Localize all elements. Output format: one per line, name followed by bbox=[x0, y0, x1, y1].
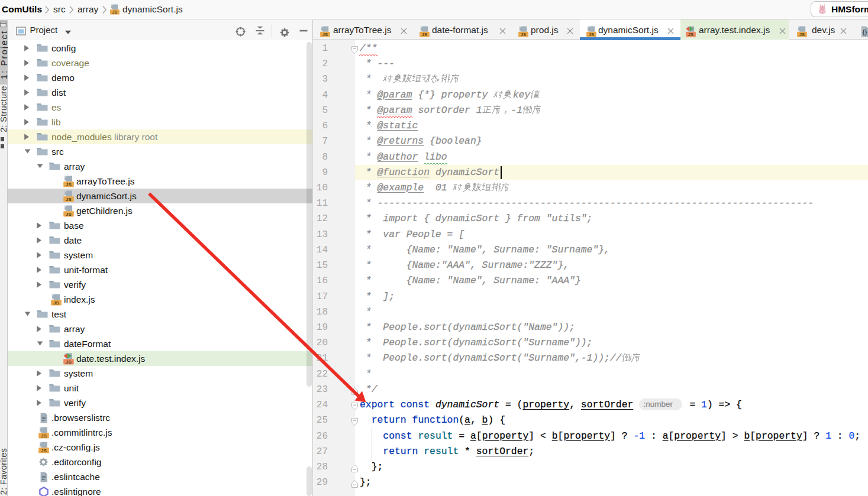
svg-text:JS: JS bbox=[112, 9, 118, 15]
svg-text:JS: JS bbox=[322, 31, 328, 37]
svg-text:{}: {} bbox=[862, 28, 867, 35]
svg-text:JS: JS bbox=[688, 31, 693, 37]
svg-text:JS: JS bbox=[53, 300, 59, 306]
svg-text:JS: JS bbox=[521, 31, 526, 37]
svg-text:JS: JS bbox=[66, 182, 72, 187]
svg-text:JS: JS bbox=[66, 212, 72, 217]
svg-text:JS: JS bbox=[422, 31, 427, 37]
svg-text:JS: JS bbox=[799, 31, 805, 37]
svg-text:JS: JS bbox=[41, 433, 47, 439]
svg-text:JS: JS bbox=[41, 448, 47, 453]
svg-text:JS: JS bbox=[66, 359, 72, 365]
svg-text:JS: JS bbox=[589, 31, 594, 37]
svg-text:JS: JS bbox=[66, 197, 72, 202]
